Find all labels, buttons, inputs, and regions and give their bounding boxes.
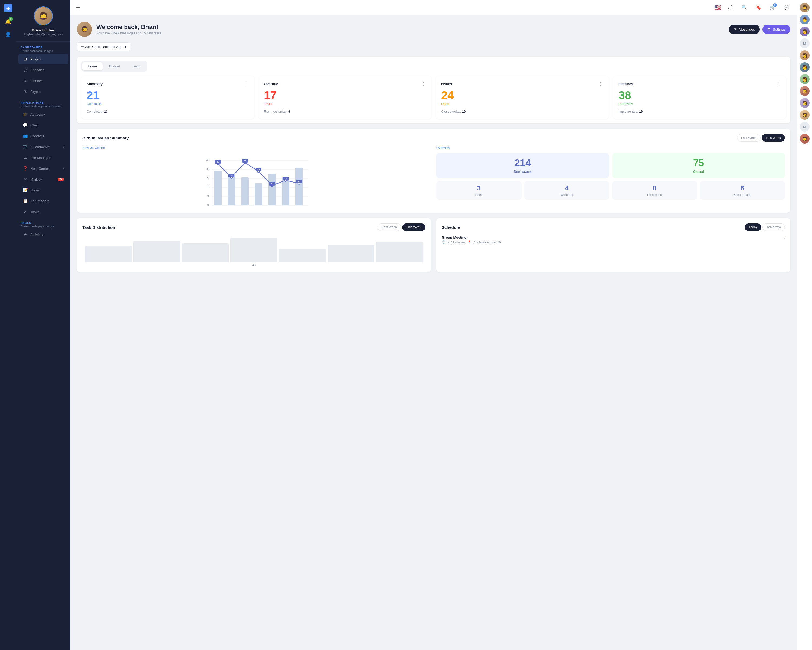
notif-badge: 3	[9, 17, 13, 21]
bookmark-icon[interactable]: 🔖	[754, 3, 763, 12]
sidebar-item-notes[interactable]: 📝 Notes	[18, 185, 68, 195]
sidebar-item-filemanager[interactable]: ☁ File Manager	[18, 153, 68, 163]
icon-rail: ◆ 🔔 3 👤	[0, 0, 16, 650]
svg-text:36: 36	[206, 168, 209, 171]
stat-menu-summary[interactable]: ⋮	[244, 81, 249, 86]
fullscreen-icon[interactable]: ⛶	[725, 3, 735, 12]
contact-avatar-7[interactable]: 👩	[800, 74, 810, 84]
this-week-btn-tasks[interactable]: This Week	[402, 223, 426, 231]
contact-avatar-3[interactable]: 👩	[800, 26, 810, 36]
svg-text:43: 43	[244, 159, 246, 162]
contact-avatar-9[interactable]: 👩	[800, 98, 810, 108]
sidebar-item-ecommerce[interactable]: 🛒 ECommerce ›	[18, 142, 68, 152]
sidebar-item-contacts[interactable]: 👥 Contacts	[18, 131, 68, 141]
event-details: Group Meeting 🕐 in 32 minutes 📍 Conferen…	[442, 236, 501, 244]
welcome-avatar-img: 🧔	[77, 22, 92, 37]
sidebar-item-crypto[interactable]: ◎ Crypto	[18, 86, 68, 97]
stat-card-issues: Issues ⋮ 24 Open Closed today: 19	[436, 76, 609, 119]
tab-home[interactable]: Home	[82, 62, 102, 70]
sidebar-item-label: Help Center	[30, 167, 49, 171]
messages-header-icon[interactable]: 💬	[782, 3, 791, 12]
chevron-right-icon: ›	[63, 145, 64, 148]
crypto-icon: ◎	[23, 89, 27, 94]
svg-text:18: 18	[206, 185, 209, 188]
event-location: Conference room 1B	[473, 241, 501, 244]
contact-avatar-1[interactable]: 🧔	[800, 3, 810, 12]
stat-menu-issues[interactable]: ⋮	[598, 81, 603, 86]
chart-label: New vs. Closed	[82, 146, 431, 150]
tomorrow-btn[interactable]: Tomorrow	[762, 223, 785, 231]
contact-avatar-2[interactable]: 👨	[800, 15, 810, 24]
notifications-bell-icon[interactable]: 🛒 5	[768, 3, 777, 12]
contact-avatar-11[interactable]: M	[800, 122, 810, 132]
week-toggle-github: Last Week This Week	[737, 134, 785, 142]
sidebar-item-project[interactable]: ⊞ Project	[18, 54, 68, 64]
new-issues-card: 214 New Issues	[436, 153, 609, 178]
sidebar-item-academy[interactable]: 🎓 Academy	[18, 109, 68, 119]
this-week-btn-github[interactable]: This Week	[762, 134, 785, 142]
section-pages: PAGES Custom made page designs	[16, 217, 70, 229]
overview-area: Overview 214 New Issues 75 Closed	[436, 146, 785, 207]
tab-team[interactable]: Team	[127, 62, 146, 70]
project-selector: ACME Corp. Backend App ▾	[77, 42, 791, 51]
contacts-icon: 👥	[23, 133, 27, 138]
contact-avatar-8[interactable]: 👨	[800, 86, 810, 96]
ecommerce-icon: 🛒	[23, 144, 27, 149]
settings-button[interactable]: ⚙ Settings	[762, 24, 791, 34]
sidebar-item-mailbox[interactable]: ✉ Mailbox 27	[18, 174, 68, 184]
welcome-actions: ✉ Messages ⚙ Settings	[729, 24, 791, 34]
user-profile-icon[interactable]: 👤	[3, 30, 13, 40]
sidebar-item-finance[interactable]: ◈ Finance	[18, 76, 68, 86]
sidebar-item-tasks[interactable]: ✓ Tasks	[18, 206, 68, 217]
stat-card-summary: Summary ⋮ 21 Due Tasks Completed: 13	[81, 76, 254, 119]
task-dist-header: Task Distribution Last Week This Week	[82, 223, 426, 231]
stat-menu-overdue[interactable]: ⋮	[421, 81, 426, 86]
sidebar-item-helpcenter[interactable]: ❓ Help Center ›	[18, 163, 68, 174]
flag-icon[interactable]: 🇺🇸	[714, 5, 721, 11]
filemanager-icon: ☁	[23, 155, 27, 160]
contact-avatar-12[interactable]: 🧔	[800, 134, 810, 144]
sidebar-item-scrumboard[interactable]: 📋 Scrumboard	[18, 196, 68, 206]
svg-text:25: 25	[284, 177, 287, 180]
right-panel: 🧔 👨 👩 M 👩 🧑 👩 👨 👩 🧔 M 🧔	[797, 0, 812, 650]
chart-area: New vs. Closed 0 9 18 27 36 45	[82, 146, 431, 207]
svg-rect-15	[255, 184, 262, 205]
search-icon[interactable]: 🔍	[739, 3, 749, 12]
event-chevron-icon[interactable]: ›	[784, 236, 785, 240]
tab-budget[interactable]: Budget	[104, 62, 125, 70]
messages-button[interactable]: ✉ Messages	[729, 24, 760, 34]
wont-fix-card: 4 Won't Fix	[524, 181, 609, 200]
stat-menu-features[interactable]: ⋮	[776, 81, 781, 86]
project-panel: Home Budget Team Summary ⋮ 21 Due Tasks …	[77, 57, 791, 123]
stat-footer-summary: Completed: 13	[87, 110, 249, 113]
contact-avatar-4[interactable]: M	[800, 38, 810, 48]
sidebar-item-label: Analytics	[30, 68, 44, 72]
contact-avatar-10[interactable]: 🧔	[800, 110, 810, 120]
sidebar-item-label: Crypto	[30, 90, 41, 94]
last-week-btn-tasks[interactable]: Last Week	[378, 223, 401, 231]
overview-small-cards: 3 Fixed 4 Won't Fix 8 Re-opened 6	[436, 181, 785, 200]
notifications-icon[interactable]: 🔔 3	[3, 17, 13, 26]
section-sub-pages: Custom made page designs	[21, 225, 66, 228]
contact-avatar-6[interactable]: 🧑	[800, 62, 810, 72]
closed-issues-label: Closed	[617, 170, 781, 174]
stat-number-features: 38	[618, 90, 781, 101]
sidebar-item-analytics[interactable]: ◷ Analytics	[18, 65, 68, 75]
sidebar-item-label: Contacts	[30, 134, 44, 138]
svg-text:20: 20	[271, 182, 273, 185]
last-week-btn-github[interactable]: Last Week	[737, 134, 760, 142]
contact-avatar-5[interactable]: 👩	[800, 50, 810, 60]
sidebar-item-activities[interactable]: ★ Activities	[18, 229, 68, 240]
sidebar-item-label: Activities	[30, 232, 44, 237]
analytics-icon: ◷	[23, 67, 27, 72]
svg-text:34: 34	[257, 168, 260, 171]
today-btn[interactable]: Today	[745, 223, 762, 231]
app-logo[interactable]: ◆	[4, 4, 12, 12]
hamburger-button[interactable]: ☰	[76, 5, 80, 11]
event-time: in 32 minutes	[448, 241, 465, 244]
settings-btn-label: Settings	[773, 28, 786, 31]
clock-icon: 🕐	[442, 240, 446, 244]
sidebar-item-chat[interactable]: 💬 Chat	[18, 120, 68, 130]
section-label-applications: APPLICATIONS	[21, 101, 66, 104]
project-dropdown[interactable]: ACME Corp. Backend App ▾	[77, 42, 130, 51]
